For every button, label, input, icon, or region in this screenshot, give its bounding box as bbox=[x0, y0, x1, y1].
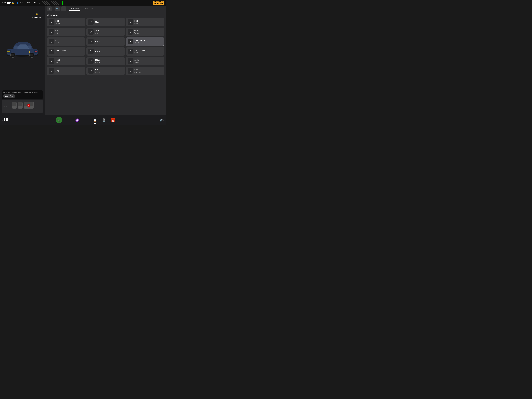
nav-next-arrow[interactable]: › bbox=[9, 119, 10, 121]
tab-direct-tune[interactable]: Direct Tune bbox=[81, 7, 94, 11]
station-card[interactable]: 98.7KATE bbox=[47, 37, 85, 46]
station-info: 101.7 · HD1WNKO bbox=[134, 49, 145, 54]
station-frequency: 101.7 · HD1 bbox=[134, 49, 145, 51]
station-card[interactable]: 94.9WQMX bbox=[86, 28, 125, 36]
svg-rect-14 bbox=[12, 102, 16, 106]
stations-container[interactable]: All Stations 88.9WLRY91.193.3BUS93.7HD94… bbox=[45, 12, 166, 115]
battery-percentage: 95 % bbox=[2, 2, 6, 4]
station-card[interactable]: 88.9WLRY bbox=[47, 18, 85, 26]
phone-icon-button[interactable]: 📞 bbox=[56, 117, 62, 123]
station-name: WNKO bbox=[134, 52, 145, 54]
station-name: KATE bbox=[55, 42, 59, 44]
station-frequency: 104.7 bbox=[55, 70, 60, 72]
station-icon bbox=[88, 19, 94, 25]
trunk-icon[interactable]: 🔓 bbox=[35, 12, 39, 16]
nav-prev-arrow[interactable]: ‹ bbox=[2, 119, 3, 121]
svg-point-26 bbox=[130, 32, 131, 33]
station-icon bbox=[88, 68, 94, 74]
battery-fill bbox=[7, 2, 10, 3]
seat-diagram: ⚠ bbox=[11, 101, 34, 112]
station-name: HD bbox=[55, 32, 59, 34]
svg-text:25: 25 bbox=[112, 120, 114, 122]
svg-point-42 bbox=[77, 120, 77, 120]
station-icon bbox=[88, 58, 94, 64]
seat-view: tbelt ⚠ bbox=[2, 100, 43, 113]
station-card[interactable]: 95.5WXMG bbox=[126, 28, 164, 36]
svg-point-31 bbox=[51, 52, 52, 52]
station-info: 100.3 · HD1WCLT bbox=[135, 39, 145, 44]
station-card[interactable]: 100.3 · HD1WCLT bbox=[126, 37, 164, 46]
grid-view-button[interactable]: ⊞ bbox=[47, 6, 52, 11]
lock-icon: 🔒 bbox=[12, 2, 14, 4]
green-status-bar bbox=[62, 1, 63, 5]
taskbar-right: ‹ 🔊 › bbox=[146, 119, 164, 122]
station-name: WCLT bbox=[55, 52, 66, 54]
right-panel: ⊞ 🔍 ☰ Stations Direct Tune All Stations … bbox=[45, 6, 166, 115]
station-name: BUS bbox=[134, 22, 138, 24]
learn-more-button[interactable]: Learn More bbox=[3, 94, 15, 98]
station-card[interactable]: 103.1WWLA bbox=[86, 57, 125, 65]
station-info: 105.5WUFM bbox=[95, 69, 100, 73]
music-icon-button[interactable]: ♪ bbox=[65, 117, 71, 123]
station-name: WCLT bbox=[135, 42, 145, 44]
temperature-display: 62°F bbox=[34, 2, 38, 4]
vol-prev-arrow[interactable]: ‹ bbox=[158, 119, 158, 121]
station-icon bbox=[128, 58, 133, 64]
station-icon bbox=[49, 19, 54, 25]
svg-point-33 bbox=[130, 52, 131, 52]
station-card[interactable]: 100.5 bbox=[86, 47, 125, 56]
vol-next-arrow[interactable]: › bbox=[164, 119, 164, 121]
tab-stations[interactable]: Stations bbox=[70, 7, 80, 11]
station-card[interactable]: 100.3 · HD2WCLT bbox=[47, 47, 85, 56]
station-card[interactable]: 107.7Sugarlan bbox=[126, 67, 164, 75]
station-name: WPYK bbox=[134, 62, 139, 63]
station-card[interactable]: 93.3BUS bbox=[126, 18, 164, 26]
svg-point-34 bbox=[51, 62, 52, 62]
volume-control: ‹ 🔊 › bbox=[158, 119, 164, 122]
files-icon-button[interactable]: 📋 bbox=[92, 117, 98, 123]
svg-point-11 bbox=[31, 54, 33, 56]
battery-icon bbox=[6, 2, 10, 4]
taskbar-left: ‹ HI › bbox=[2, 118, 26, 122]
station-icon bbox=[128, 49, 133, 54]
station-info: 93.3BUS bbox=[134, 20, 138, 24]
svg-point-25 bbox=[91, 32, 91, 33]
station-icon bbox=[128, 39, 133, 44]
station-frequency: 100.5 bbox=[95, 50, 100, 52]
svg-rect-16 bbox=[18, 102, 22, 106]
svg-rect-30 bbox=[130, 41, 130, 43]
station-info: 107.7Sugarlan bbox=[134, 69, 141, 73]
stations-grid: 88.9WLRY91.193.3BUS93.7HD94.9WQMX95.5WXM… bbox=[47, 18, 164, 75]
calendar-icon-button[interactable]: 25 bbox=[110, 117, 116, 123]
station-card[interactable]: 102.5WKVR bbox=[47, 57, 85, 65]
station-info: 104.1WPYK bbox=[134, 59, 139, 63]
stripe-decoration bbox=[39, 1, 60, 5]
station-icon bbox=[88, 29, 94, 35]
station-info: 95.5WXMG bbox=[134, 30, 139, 34]
filter-button[interactable]: ☰ bbox=[61, 6, 66, 11]
station-card[interactable]: 101.7 · HD1WNKO bbox=[126, 47, 164, 56]
station-card[interactable]: 100.1 bbox=[86, 37, 125, 46]
camera-icon-button[interactable] bbox=[74, 117, 80, 123]
svg-rect-6 bbox=[7, 51, 10, 52]
notepad-icon-button[interactable]: 📓 bbox=[101, 117, 107, 123]
svg-point-21 bbox=[51, 23, 52, 23]
hi-label: HI bbox=[4, 118, 8, 122]
dots-icon-button[interactable]: ··· bbox=[83, 117, 89, 123]
svg-point-38 bbox=[91, 71, 91, 72]
svg-marker-29 bbox=[130, 41, 131, 43]
station-frequency: 94.9 bbox=[95, 30, 100, 32]
station-card[interactable]: 91.1 bbox=[86, 18, 125, 26]
search-button[interactable]: 🔍 bbox=[55, 6, 60, 11]
profile-label: Profile bbox=[19, 2, 24, 4]
station-name: WWLA bbox=[95, 62, 100, 63]
toolbar-divider-2 bbox=[68, 7, 68, 10]
station-card[interactable]: 105.5WUFM bbox=[86, 67, 125, 75]
open-trunk-label[interactable]: 🔓 Open Trunk bbox=[32, 12, 41, 19]
seatbelt-label: tbelt bbox=[3, 106, 7, 108]
station-frequency: 93.3 bbox=[134, 20, 138, 22]
station-card[interactable]: 104.7 bbox=[47, 67, 85, 75]
svg-text:⚡: ⚡ bbox=[28, 51, 31, 53]
station-card[interactable]: 104.1WPYK bbox=[126, 57, 164, 65]
station-card[interactable]: 93.7HD bbox=[47, 28, 85, 36]
